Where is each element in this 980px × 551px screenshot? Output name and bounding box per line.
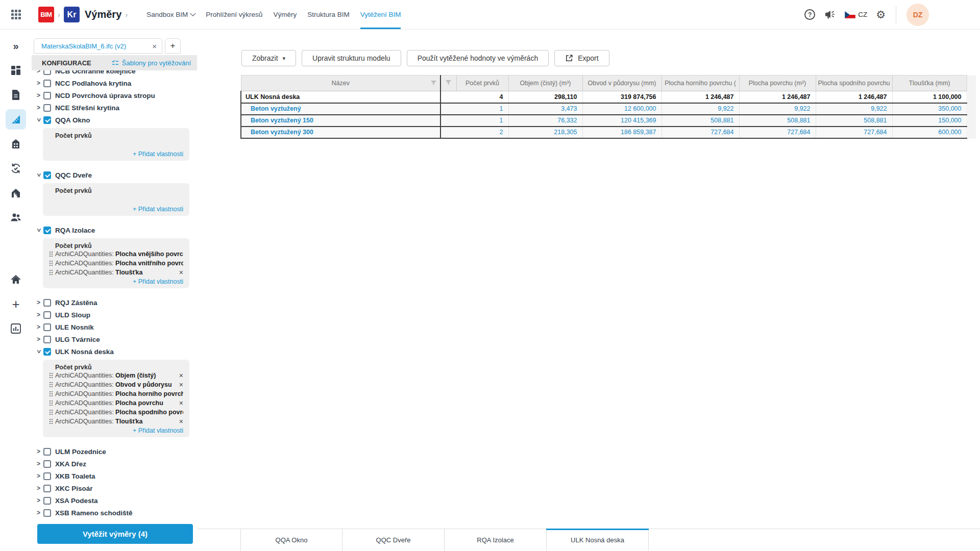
- drag-handle-icon[interactable]: [50, 373, 51, 374]
- row-name-cell[interactable]: Beton vyztužený 300: [241, 127, 440, 138]
- chevron-right-icon[interactable]: >: [35, 509, 42, 516]
- tree-item-nce-st-e-n-krytina[interactable]: >NCE Střešní krytina: [35, 102, 197, 114]
- checkbox-ulk-nosn-deska[interactable]: [43, 348, 51, 356]
- tree-item-rqj-z-st-na[interactable]: >RQJ Zástěna: [35, 296, 197, 309]
- sidebar-item-add[interactable]: +: [6, 294, 26, 314]
- checkbox-rqa-izolace[interactable]: [43, 227, 51, 234]
- chevron-right-icon[interactable]: >: [35, 323, 42, 331]
- table-row-beton-vyztu-en-150[interactable]: Beton vyztužený 150176,332120 415,369508…: [241, 115, 967, 127]
- checkbox-xka-d-ez[interactable]: [43, 460, 51, 468]
- bim-logo[interactable]: BIM: [38, 7, 54, 22]
- nav-item-v-m-ry[interactable]: Výměry: [273, 0, 297, 29]
- tree-item-ule-nosn-k[interactable]: >ULE Nosník: [35, 321, 197, 333]
- tree-item-xsa-podesta[interactable]: >XSA Podesta: [35, 494, 197, 507]
- add-properties-link[interactable]: + Přidat vlastnosti: [133, 149, 183, 158]
- checkbox-ulm-pozednice[interactable]: [43, 448, 51, 456]
- drag-handle-icon[interactable]: [50, 400, 51, 402]
- checkbox-ule-nosn-k[interactable]: [43, 323, 51, 331]
- drag-handle-icon[interactable]: [50, 252, 51, 253]
- announcements-megaphone-icon[interactable]: [824, 9, 836, 20]
- kr-logo[interactable]: Kr: [64, 7, 80, 22]
- show-dropdown-button[interactable]: Zobrazit ▾: [241, 50, 296, 66]
- column-header-plocha-spodn-ho-povrchu[interactable]: Plocha spodního povrchu: [816, 76, 892, 91]
- remove-property-icon[interactable]: ×: [176, 417, 183, 425]
- checkbox-uld-sloup[interactable]: [43, 311, 51, 319]
- checkbox-qqc-dve-e[interactable]: [43, 171, 51, 179]
- app-launcher-grid-icon[interactable]: [11, 10, 21, 19]
- chevron-right-icon[interactable]: >: [35, 472, 42, 480]
- column-header-plocha-povrchu-m[interactable]: Plocha povrchu (m²): [739, 76, 816, 91]
- chevron-right-icon[interactable]: >: [35, 80, 42, 87]
- filter-icon[interactable]: [430, 80, 437, 88]
- add-properties-link[interactable]: + Přidat vlastnosti: [133, 205, 183, 213]
- nav-item-sandbox-bim[interactable]: Sandbox BIM: [146, 0, 195, 29]
- checkbox-xsb-rameno-schodi-t[interactable]: [43, 509, 51, 517]
- sidebar-item-demolition[interactable]: [6, 183, 26, 203]
- extract-measurements-button[interactable]: Vytěžit výměry (4): [37, 524, 193, 544]
- table-row-beton-vyztu-en-300[interactable]: Beton vyztužený 3002218,305186 859,38772…: [241, 127, 967, 138]
- row-name-cell[interactable]: Beton vyztužený: [241, 103, 440, 115]
- checkbox-nce-st-e-n-krytina[interactable]: [43, 104, 51, 112]
- checkbox-xkc-piso-r[interactable]: [43, 485, 51, 492]
- chevron-right-icon[interactable]: >: [35, 70, 42, 74]
- column-header-obvod-v-p-dorysu-mm[interactable]: Obvod v půdorysu (mm): [582, 76, 662, 91]
- tree-item-ncb-ochrann-kolejnice[interactable]: >NCB Ochranné kolejnice: [35, 70, 197, 77]
- remove-property-icon[interactable]: ×: [176, 381, 183, 389]
- checkbox-qqa-okno[interactable]: [43, 116, 51, 124]
- column-header-objem-ist-m[interactable]: Objem (čistý) (m³): [508, 76, 582, 91]
- drag-handle-icon[interactable]: [50, 270, 51, 271]
- chevron-down-icon[interactable]: >: [35, 116, 42, 124]
- chevron-right-icon[interactable]: >: [35, 299, 42, 306]
- tree-item-rqa-izolace[interactable]: >RQA Izolace: [35, 224, 197, 236]
- column-header-filter[interactable]: [440, 76, 456, 91]
- sidebar-item-users[interactable]: [6, 207, 26, 228]
- add-properties-link[interactable]: + Přidat vlastnosti: [133, 277, 183, 285]
- checkbox-rqj-z-st-na[interactable]: [43, 299, 51, 307]
- tree-item-ncd-povrchov-prava-stropu[interactable]: >NCD Povrchová úprava stropu: [35, 89, 197, 102]
- sidebar-item-budget[interactable]: [6, 134, 26, 154]
- sidebar-item-reports[interactable]: [6, 318, 26, 339]
- remove-property-icon[interactable]: ×: [176, 399, 183, 407]
- row-name-cell[interactable]: ULK Nosná deska: [241, 91, 440, 103]
- tree-item-ncc-podlahov-krytina[interactable]: >NCC Podlahová krytina: [35, 77, 197, 89]
- tree-item-xkb-toaleta[interactable]: >XKB Toaleta: [35, 470, 197, 482]
- chevron-down-icon[interactable]: >: [35, 348, 42, 356]
- tree-item-xka-d-ez[interactable]: >XKA Dřez: [35, 458, 197, 470]
- checkbox-ulg-tv-rnice[interactable]: [43, 336, 51, 343]
- nav-item-vyt-en-bim[interactable]: Vytěžení BIM: [360, 0, 401, 29]
- checkbox-ncd-povrchov-prava-stropu[interactable]: [43, 92, 51, 99]
- column-header-plocha-horn-ho-povrchu[interactable]: Plocha horního povrchu (: [662, 76, 739, 91]
- expand-sidebar-button[interactable]: »: [6, 36, 26, 56]
- tree-item-ulm-pozednice[interactable]: >ULM Pozednice: [35, 445, 197, 458]
- table-scrollbar[interactable]: [968, 76, 976, 139]
- language-selector[interactable]: CZ: [845, 11, 867, 18]
- sidebar-item-documents[interactable]: [6, 85, 26, 105]
- bottom-tab-rqa-izolace[interactable]: RQA Izolace: [445, 529, 547, 551]
- sidebar-item-home[interactable]: [6, 269, 26, 290]
- checkbox-ncb-ochrann-kolejnice[interactable]: [43, 70, 51, 75]
- chevron-right-icon[interactable]: >: [35, 336, 42, 343]
- bottom-tab-ulk-nosn-deska[interactable]: ULK Nosná deska: [547, 529, 649, 551]
- drag-handle-icon[interactable]: [50, 410, 51, 411]
- table-row-ulk-nosn-deska[interactable]: ULK Nosná deska4298,110319 874,7561 246,…: [241, 91, 967, 103]
- chevron-down-icon[interactable]: >: [35, 171, 42, 179]
- drag-handle-icon[interactable]: [50, 261, 51, 262]
- edit-model-structure-button[interactable]: Upravit strukturu modelu: [302, 50, 401, 66]
- chevron-right-icon[interactable]: >: [35, 311, 42, 318]
- chevron-right-icon[interactable]: >: [35, 460, 42, 467]
- column-header-po-et-prvk[interactable]: Počet prvků: [456, 76, 508, 91]
- tree-item-qqa-okno[interactable]: >QQA Okno: [35, 114, 197, 126]
- bottom-tab-qqc-dve-e[interactable]: QQC Dveře: [342, 529, 445, 551]
- user-avatar[interactable]: DZ: [906, 4, 929, 26]
- help-icon[interactable]: ?: [804, 9, 815, 20]
- column-header-n-zev[interactable]: Název: [241, 76, 440, 91]
- settings-gear-icon[interactable]: ⚙: [876, 9, 886, 20]
- bottom-tab-qqa-okno[interactable]: QQA Okno: [240, 529, 342, 551]
- tree-item-uld-sloup[interactable]: >ULD Sloup: [35, 309, 197, 321]
- tree-item-ulk-nosn-deska[interactable]: >ULK Nosná deska: [35, 345, 197, 358]
- add-tab-button[interactable]: +: [165, 38, 181, 54]
- chevron-right-icon[interactable]: >: [35, 448, 42, 455]
- close-tab-icon[interactable]: ×: [152, 42, 157, 51]
- export-button[interactable]: Export: [554, 50, 609, 66]
- chevron-right-icon[interactable]: >: [35, 497, 42, 504]
